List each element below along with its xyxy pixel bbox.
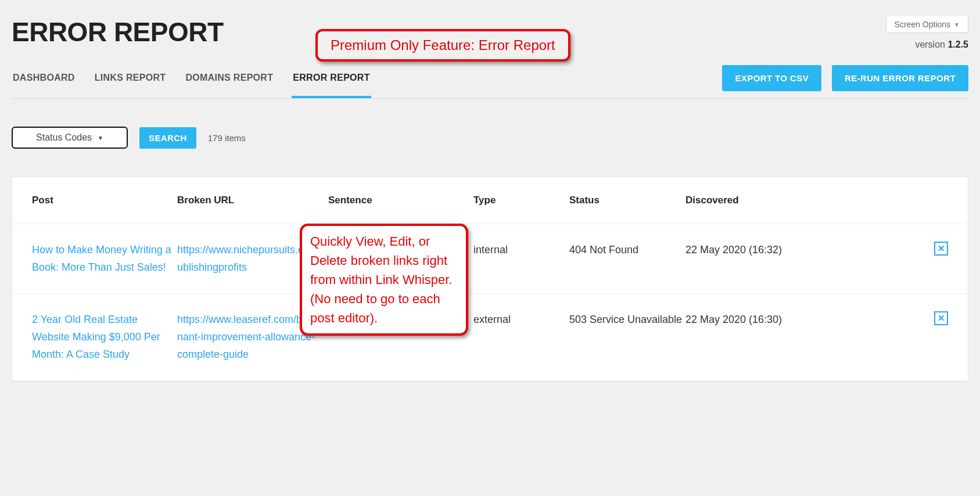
col-header-discovered: Discovered	[685, 195, 866, 206]
filter-row: Status Codes ▼ SEARCH 179 items	[12, 127, 968, 149]
tab-bar: DASHBOARD LINKS REPORT DOMAINS REPORT ER…	[12, 65, 968, 99]
col-header-broken-url: Broken URL	[177, 195, 328, 206]
post-link[interactable]: How to Make Money Writing a Book: More T…	[32, 242, 177, 276]
screen-options-label: Screen Options	[895, 20, 951, 29]
close-icon: ✕	[938, 242, 945, 256]
col-header-post: Post	[32, 195, 177, 206]
annotation-quick-actions: Quickly View, Edit, or Delete broken lin…	[300, 224, 468, 336]
status-cell: 404 Not Found	[569, 242, 685, 259]
type-cell: internal	[473, 242, 569, 259]
type-cell: external	[473, 311, 569, 329]
chevron-down-icon: ▼	[98, 135, 103, 141]
col-header-status: Status	[569, 195, 685, 206]
annotation-premium-feature: Premium Only Feature: Error Report	[315, 29, 570, 62]
status-cell: 503 Service Unavailable	[569, 311, 685, 329]
close-icon: ✕	[938, 311, 945, 326]
rerun-error-report-button[interactable]: RE-RUN ERROR REPORT	[832, 65, 968, 91]
tab-dashboard[interactable]: DASHBOARD	[12, 66, 76, 98]
version-label: version	[915, 39, 947, 49]
search-button[interactable]: SEARCH	[139, 127, 196, 149]
discovered-cell: 22 May 2020 (16:32)	[685, 242, 866, 259]
table-row: 2 Year Old Real Estate Website Making $9…	[12, 294, 968, 381]
status-codes-label: Status Codes	[36, 132, 92, 143]
items-count: 179 items	[208, 133, 246, 143]
table-row: How to Make Money Writing a Book: More T…	[12, 224, 968, 294]
tab-domains-report[interactable]: DOMAINS REPORT	[184, 66, 274, 98]
col-header-sentence: Sentence	[328, 195, 473, 206]
discovered-cell: 22 May 2020 (16:30)	[685, 311, 866, 329]
table-header-row: Post Broken URL Sentence Type Status Dis…	[12, 177, 968, 224]
version-text: version 1.2.5	[915, 39, 968, 50]
col-header-type: Type	[473, 195, 569, 206]
dismiss-button[interactable]: ✕	[934, 311, 948, 325]
tab-links-report[interactable]: LINKS REPORT	[94, 66, 167, 98]
post-link[interactable]: 2 Year Old Real Estate Website Making $9…	[32, 311, 177, 363]
tab-error-report[interactable]: ERROR REPORT	[292, 66, 371, 98]
export-csv-button[interactable]: EXPORT TO CSV	[722, 65, 821, 91]
chevron-down-icon: ▼	[954, 21, 960, 28]
version-number: 1.2.5	[947, 39, 968, 49]
error-table: Post Broken URL Sentence Type Status Dis…	[12, 177, 968, 382]
screen-options-toggle[interactable]: Screen Options ▼	[886, 16, 968, 33]
dismiss-button[interactable]: ✕	[934, 242, 948, 256]
status-codes-select[interactable]: Status Codes ▼	[12, 127, 128, 149]
